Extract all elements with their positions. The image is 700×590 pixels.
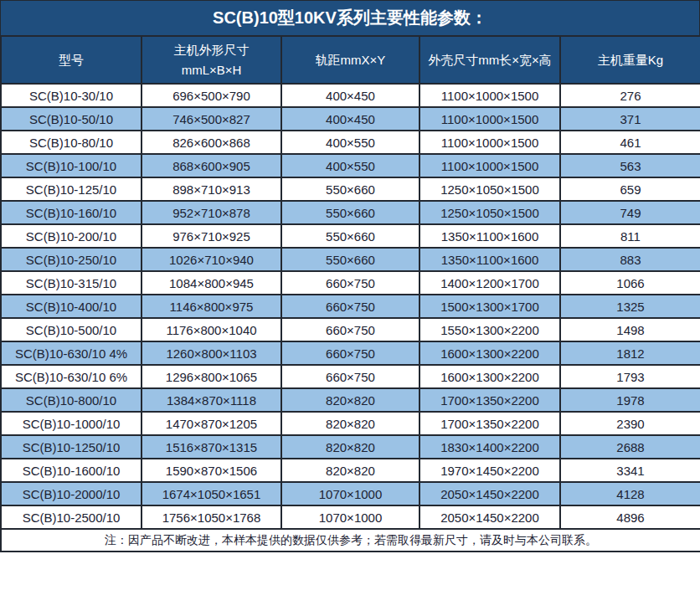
spec-cell: 1550×1300×2200 xyxy=(419,318,560,341)
spec-cell: 1600×1300×2200 xyxy=(419,341,560,365)
spec-cell: 2688 xyxy=(560,435,700,459)
column-header-shell-size: 外壳尺寸mm长×宽×高 xyxy=(419,36,560,84)
table-row: SC(B)10-2500/101756×1050×17681070×100020… xyxy=(1,505,700,529)
table-row: SC(B)10-800/101384×870×1118820×8201700×1… xyxy=(1,388,700,412)
table-row: SC(B)10-500/101176×800×1040660×7501550×1… xyxy=(1,318,700,341)
spec-cell: 820×820 xyxy=(281,459,419,482)
column-header-model: 型号 xyxy=(1,36,142,84)
spec-cell: 1590×870×1506 xyxy=(142,459,281,482)
spec-cell: 660×750 xyxy=(281,295,419,318)
spec-cell: 1350×1100×1600 xyxy=(419,248,560,271)
column-header-dimensions-line1: 主机外形尺寸 xyxy=(143,40,280,59)
table-row: SC(B)10-315/101084×800×945660×7501400×12… xyxy=(1,271,700,295)
spec-cell: 1400×1200×1700 xyxy=(419,271,560,295)
spec-cell: 1500×1300×1700 xyxy=(419,295,560,318)
spec-cell: 400×450 xyxy=(281,84,419,107)
spec-cell: 1296×800×1065 xyxy=(142,365,281,388)
spec-cell: 1070×1000 xyxy=(281,482,419,505)
spec-cell: 371 xyxy=(560,107,700,131)
spec-cell: 276 xyxy=(560,84,700,107)
spec-cell: 1100×1000×1500 xyxy=(419,84,560,107)
spec-cell: 1250×1050×1500 xyxy=(419,201,560,224)
page-title: SC(B)10型10KV系列主要性能参数： xyxy=(0,0,700,35)
spec-cell: 4128 xyxy=(560,482,700,505)
spec-cell: SC(B)10-160/10 xyxy=(1,201,142,224)
spec-cell: 550×660 xyxy=(281,224,419,248)
spec-cell: 2050×1450×2200 xyxy=(419,482,560,505)
spec-cell: 659 xyxy=(560,177,700,201)
spec-cell: 749 xyxy=(560,201,700,224)
table-row: SC(B)10-200/10976×710×925550×6601350×110… xyxy=(1,224,700,248)
spec-cell: SC(B)10-800/10 xyxy=(1,388,142,412)
spec-cell: 976×710×925 xyxy=(142,224,281,248)
spec-cell: 4896 xyxy=(560,505,700,529)
spec-cell: 1470×870×1205 xyxy=(142,412,281,435)
spec-cell: 1084×800×945 xyxy=(142,271,281,295)
footer-note: 注：因产品不断改进，本样本提供的数据仅供参考；若需取得最新尺寸，请及时与本公司联… xyxy=(1,529,700,552)
spec-cell: 1812 xyxy=(560,341,700,365)
spec-cell: 820×820 xyxy=(281,435,419,459)
spec-cell: 1700×1350×2200 xyxy=(419,388,560,412)
spec-cell: 1250×1050×1500 xyxy=(419,177,560,201)
spec-cell: SC(B)10-1000/10 xyxy=(1,412,142,435)
spec-cell: 1970×1450×2200 xyxy=(419,459,560,482)
spec-cell: 826×600×868 xyxy=(142,131,281,154)
spec-cell: 1100×1000×1500 xyxy=(419,131,560,154)
spec-table: 型号 主机外形尺寸 mmL×B×H 轨距mmX×Y 外壳尺寸mm长×宽×高 主机… xyxy=(0,35,700,552)
spec-cell: 1600×1300×2200 xyxy=(419,365,560,388)
spec-cell: 1700×1350×2200 xyxy=(419,412,560,435)
spec-cell: 2390 xyxy=(560,412,700,435)
table-row: SC(B)10-160/10952×710×878550×6601250×105… xyxy=(1,201,700,224)
spec-cell: SC(B)10-315/10 xyxy=(1,271,142,295)
spec-cell: 660×750 xyxy=(281,271,419,295)
spec-cell: SC(B)10-400/10 xyxy=(1,295,142,318)
spec-cell: 1516×870×1315 xyxy=(142,435,281,459)
spec-cell: 660×750 xyxy=(281,341,419,365)
spec-cell: 1176×800×1040 xyxy=(142,318,281,341)
spec-cell: SC(B)10-630/10 4% xyxy=(1,341,142,365)
spec-cell: 1793 xyxy=(560,365,700,388)
spec-cell: 1100×1000×1500 xyxy=(419,154,560,177)
spec-cell: 550×660 xyxy=(281,201,419,224)
table-row: SC(B)10-1600/101590×870×1506820×8201970×… xyxy=(1,459,700,482)
spec-cell: 1325 xyxy=(560,295,700,318)
table-row: SC(B)10-630/10 6%1296×800×1065660×750160… xyxy=(1,365,700,388)
spec-cell: SC(B)10-2500/10 xyxy=(1,505,142,529)
spec-cell: 1674×1050×1651 xyxy=(142,482,281,505)
table-row: SC(B)10-80/10826×600×868400×5501100×1000… xyxy=(1,131,700,154)
spec-cell: 3341 xyxy=(560,459,700,482)
table-row: SC(B)10-1250/101516×870×1315820×8201830×… xyxy=(1,435,700,459)
table-row: SC(B)10-250/101026×710×940550×6601350×11… xyxy=(1,248,700,271)
spec-cell: SC(B)10-125/10 xyxy=(1,177,142,201)
spec-cell: 400×450 xyxy=(281,107,419,131)
spec-cell: 1384×870×1118 xyxy=(142,388,281,412)
footer-row: 注：因产品不断改进，本样本提供的数据仅供参考；若需取得最新尺寸，请及时与本公司联… xyxy=(1,529,700,552)
spec-cell: 1350×1100×1600 xyxy=(419,224,560,248)
spec-cell: 820×820 xyxy=(281,388,419,412)
spec-cell: SC(B)10-30/10 xyxy=(1,84,142,107)
column-header-rail-gauge: 轨距mmX×Y xyxy=(281,36,419,84)
spec-cell: 883 xyxy=(560,248,700,271)
spec-cell: SC(B)10-200/10 xyxy=(1,224,142,248)
spec-cell: 660×750 xyxy=(281,318,419,341)
spec-cell: SC(B)10-630/10 6% xyxy=(1,365,142,388)
table-row: SC(B)10-50/10746×500×827400×4501100×1000… xyxy=(1,107,700,131)
table-row: SC(B)10-400/101146×800×975660×7501500×13… xyxy=(1,295,700,318)
spec-cell: SC(B)10-100/10 xyxy=(1,154,142,177)
spec-cell: 1146×800×975 xyxy=(142,295,281,318)
spec-cell: 660×750 xyxy=(281,365,419,388)
spec-cell: 550×660 xyxy=(281,177,419,201)
spec-cell: 1026×710×940 xyxy=(142,248,281,271)
column-header-weight: 主机重量Kg xyxy=(560,36,700,84)
spec-cell: SC(B)10-1250/10 xyxy=(1,435,142,459)
spec-cell: 898×710×913 xyxy=(142,177,281,201)
spec-cell: 550×660 xyxy=(281,248,419,271)
spec-cell: 563 xyxy=(560,154,700,177)
table-row: SC(B)10-2000/101674×1050×16511070×100020… xyxy=(1,482,700,505)
spec-cell: 746×500×827 xyxy=(142,107,281,131)
column-header-dimensions: 主机外形尺寸 mmL×B×H xyxy=(142,36,281,84)
spec-cell: SC(B)10-50/10 xyxy=(1,107,142,131)
table-row: SC(B)10-30/10696×500×790400×4501100×1000… xyxy=(1,84,700,107)
spec-cell: 2050×1450×2200 xyxy=(419,505,560,529)
spec-cell: SC(B)10-80/10 xyxy=(1,131,142,154)
